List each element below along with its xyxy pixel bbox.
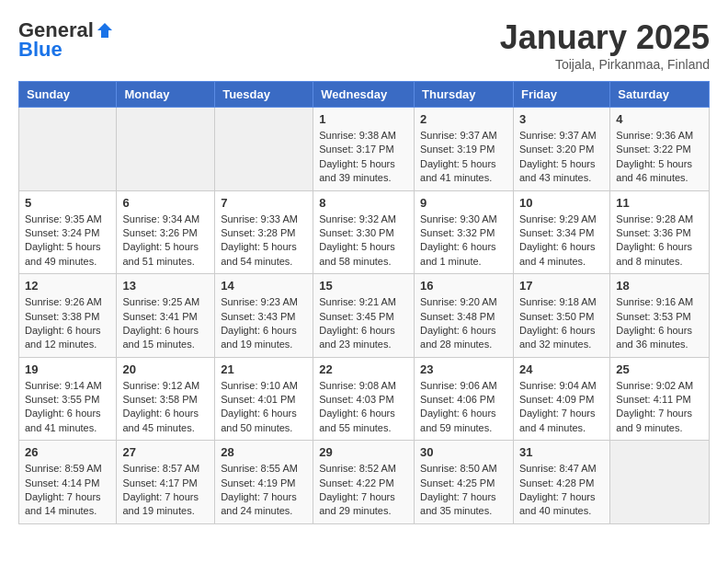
cell-content: Sunrise: 9:20 AMSunset: 3:48 PMDaylight:… <box>420 295 507 352</box>
sunrise-text: Sunrise: 9:37 AM <box>519 129 604 143</box>
cell-content: Sunrise: 9:16 AMSunset: 3:53 PMDaylight:… <box>616 295 703 352</box>
weekday-header-saturday: Saturday <box>610 82 710 108</box>
daylight-text: Daylight: 6 hours and 32 minutes. <box>519 324 604 352</box>
title-section: January 2025 Toijala, Pirkanmaa, Finland <box>500 18 710 72</box>
calendar-cell: 1Sunrise: 9:38 AMSunset: 3:17 PMDaylight… <box>313 108 415 191</box>
calendar-cell: 24Sunrise: 9:04 AMSunset: 4:09 PMDayligh… <box>513 357 609 441</box>
sunset-text: Sunset: 4:25 PM <box>420 477 507 490</box>
calendar-cell: 14Sunrise: 9:23 AMSunset: 3:43 PMDayligh… <box>215 274 313 358</box>
sunset-text: Sunset: 3:34 PM <box>519 226 604 240</box>
sunrise-text: Sunrise: 9:06 AM <box>420 379 507 393</box>
calendar-row-2: 5Sunrise: 9:35 AMSunset: 3:24 PMDaylight… <box>19 190 710 274</box>
calendar-cell: 9Sunrise: 9:30 AMSunset: 3:32 PMDaylight… <box>415 190 514 274</box>
day-number: 6 <box>122 196 209 210</box>
calendar-cell: 15Sunrise: 9:21 AMSunset: 3:45 PMDayligh… <box>313 274 415 358</box>
calendar-cell: 20Sunrise: 9:12 AMSunset: 3:58 PMDayligh… <box>117 357 215 441</box>
sunset-text: Sunset: 3:24 PM <box>25 226 110 240</box>
cell-content: Sunrise: 9:36 AMSunset: 3:22 PMDaylight:… <box>616 129 703 186</box>
calendar-cell: 13Sunrise: 9:25 AMSunset: 3:41 PMDayligh… <box>117 274 215 358</box>
calendar-cell: 17Sunrise: 9:18 AMSunset: 3:50 PMDayligh… <box>513 274 609 358</box>
weekday-header-wednesday: Wednesday <box>313 82 415 108</box>
calendar-cell: 6Sunrise: 9:34 AMSunset: 3:26 PMDaylight… <box>117 190 215 274</box>
sunset-text: Sunset: 3:32 PM <box>420 226 507 240</box>
calendar-cell: 22Sunrise: 9:08 AMSunset: 4:03 PMDayligh… <box>313 357 415 441</box>
day-number: 31 <box>519 445 604 459</box>
sunrise-text: Sunrise: 9:26 AM <box>25 295 110 309</box>
cell-content: Sunrise: 8:47 AMSunset: 4:28 PMDaylight:… <box>519 462 604 519</box>
sunset-text: Sunset: 4:03 PM <box>319 393 408 407</box>
cell-content: Sunrise: 8:57 AMSunset: 4:17 PMDaylight:… <box>122 462 209 519</box>
calendar-cell <box>610 441 710 524</box>
weekday-header-sunday: Sunday <box>19 82 117 108</box>
sunrise-text: Sunrise: 8:57 AM <box>122 462 209 476</box>
day-number: 8 <box>319 196 408 210</box>
sunset-text: Sunset: 4:14 PM <box>25 477 110 490</box>
day-number: 1 <box>319 112 408 126</box>
daylight-text: Daylight: 6 hours and 19 minutes. <box>221 324 307 352</box>
cell-content: Sunrise: 8:59 AMSunset: 4:14 PMDaylight:… <box>25 462 110 519</box>
day-number: 11 <box>616 196 703 210</box>
sunset-text: Sunset: 3:48 PM <box>420 310 507 324</box>
day-number: 30 <box>420 445 507 459</box>
calendar-cell: 19Sunrise: 9:14 AMSunset: 3:55 PMDayligh… <box>19 357 117 441</box>
sunrise-text: Sunrise: 8:47 AM <box>519 462 604 476</box>
daylight-text: Daylight: 6 hours and 4 minutes. <box>519 240 604 269</box>
sunrise-text: Sunrise: 9:08 AM <box>319 379 408 393</box>
calendar-cell: 30Sunrise: 8:50 AMSunset: 4:25 PMDayligh… <box>415 441 514 524</box>
daylight-text: Daylight: 6 hours and 59 minutes. <box>420 407 507 435</box>
sunrise-text: Sunrise: 9:21 AM <box>319 295 408 309</box>
daylight-text: Daylight: 5 hours and 51 minutes. <box>122 240 209 269</box>
day-number: 25 <box>616 362 703 376</box>
daylight-text: Daylight: 7 hours and 29 minutes. <box>319 490 408 519</box>
day-number: 22 <box>319 362 408 376</box>
calendar-cell: 28Sunrise: 8:55 AMSunset: 4:19 PMDayligh… <box>215 441 313 524</box>
cell-content: Sunrise: 9:04 AMSunset: 4:09 PMDaylight:… <box>519 379 604 436</box>
sunset-text: Sunset: 3:22 PM <box>616 143 703 156</box>
calendar-row-3: 12Sunrise: 9:26 AMSunset: 3:38 PMDayligh… <box>19 274 710 358</box>
daylight-text: Daylight: 7 hours and 19 minutes. <box>122 490 209 519</box>
calendar-cell: 10Sunrise: 9:29 AMSunset: 3:34 PMDayligh… <box>513 190 609 274</box>
sunrise-text: Sunrise: 8:55 AM <box>221 462 307 476</box>
daylight-text: Daylight: 6 hours and 28 minutes. <box>420 324 507 352</box>
cell-content: Sunrise: 9:14 AMSunset: 3:55 PMDaylight:… <box>25 379 110 436</box>
daylight-text: Daylight: 5 hours and 43 minutes. <box>519 157 604 186</box>
day-number: 29 <box>319 445 408 459</box>
sunset-text: Sunset: 4:11 PM <box>616 393 703 407</box>
sunset-text: Sunset: 3:17 PM <box>319 143 408 156</box>
day-number: 4 <box>616 112 703 126</box>
calendar-cell: 11Sunrise: 9:28 AMSunset: 3:36 PMDayligh… <box>610 190 710 274</box>
weekday-header-monday: Monday <box>117 82 215 108</box>
page-header: General Blue January 2025 Toijala, Pirka… <box>18 18 710 72</box>
sunrise-text: Sunrise: 9:36 AM <box>616 129 703 143</box>
calendar-cell: 31Sunrise: 8:47 AMSunset: 4:28 PMDayligh… <box>513 441 609 524</box>
calendar-cell: 18Sunrise: 9:16 AMSunset: 3:53 PMDayligh… <box>610 274 710 358</box>
sunset-text: Sunset: 4:19 PM <box>221 477 307 490</box>
sunset-text: Sunset: 4:06 PM <box>420 393 507 407</box>
sunrise-text: Sunrise: 9:25 AM <box>122 295 209 309</box>
day-number: 19 <box>25 362 110 376</box>
day-number: 7 <box>221 196 307 210</box>
cell-content: Sunrise: 9:33 AMSunset: 3:28 PMDaylight:… <box>221 213 307 270</box>
calendar-title: January 2025 <box>500 18 710 57</box>
day-number: 2 <box>420 112 507 126</box>
weekday-header-friday: Friday <box>513 82 609 108</box>
sunset-text: Sunset: 3:58 PM <box>122 393 209 407</box>
sunset-text: Sunset: 4:28 PM <box>519 477 604 490</box>
sunrise-text: Sunrise: 9:02 AM <box>616 379 703 393</box>
day-number: 3 <box>519 112 604 126</box>
sunrise-text: Sunrise: 9:04 AM <box>519 379 604 393</box>
calendar-cell: 23Sunrise: 9:06 AMSunset: 4:06 PMDayligh… <box>415 357 514 441</box>
daylight-text: Daylight: 5 hours and 46 minutes. <box>616 157 703 186</box>
daylight-text: Daylight: 5 hours and 54 minutes. <box>221 240 307 269</box>
sunset-text: Sunset: 3:53 PM <box>616 310 703 324</box>
day-number: 16 <box>420 279 507 293</box>
day-number: 13 <box>122 279 209 293</box>
calendar-row-5: 26Sunrise: 8:59 AMSunset: 4:14 PMDayligh… <box>19 441 710 524</box>
calendar-cell: 25Sunrise: 9:02 AMSunset: 4:11 PMDayligh… <box>610 357 710 441</box>
logo-blue-text: Blue <box>18 38 63 62</box>
daylight-text: Daylight: 7 hours and 24 minutes. <box>221 490 307 519</box>
logo: General Blue <box>18 18 114 62</box>
calendar-cell: 29Sunrise: 8:52 AMSunset: 4:22 PMDayligh… <box>313 441 415 524</box>
cell-content: Sunrise: 9:28 AMSunset: 3:36 PMDaylight:… <box>616 213 703 270</box>
weekday-header-thursday: Thursday <box>415 82 514 108</box>
